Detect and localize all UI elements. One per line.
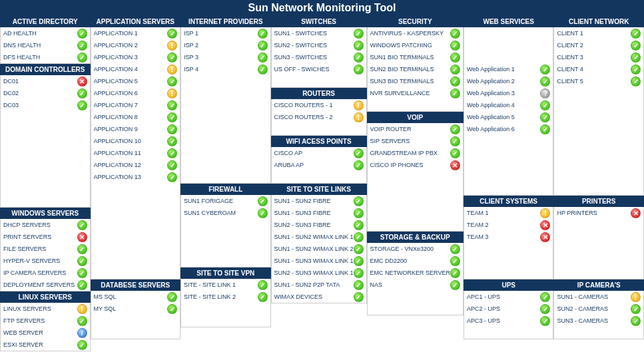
status-row[interactable]: STORAGE - VNXe3200 xyxy=(368,243,463,255)
status-row[interactable]: ISP 2 xyxy=(181,39,270,51)
status-row[interactable]: APPLICATION 11 xyxy=(91,147,180,159)
status-row[interactable]: CLIENT 5 xyxy=(554,75,643,87)
status-row[interactable]: SUN1 BIO TERMINALS xyxy=(368,51,463,63)
status-row[interactable]: Web Application 4 xyxy=(464,99,553,111)
status-row[interactable]: Web Application 6 xyxy=(464,123,553,135)
status-row[interactable]: TEAM 2 xyxy=(464,219,553,231)
status-row[interactable]: APPLICATION 8 xyxy=(91,111,180,123)
ok-status-icon xyxy=(77,53,87,63)
status-row[interactable]: DFS HEALTH xyxy=(1,51,90,63)
status-row[interactable]: APPLICATION 9 xyxy=(91,123,180,135)
status-row[interactable]: NAS xyxy=(368,279,463,291)
status-row[interactable]: US OFF - SWICHES xyxy=(272,63,366,75)
status-row[interactable]: SUN1 - SUN3 WIMAX LINK 1 xyxy=(272,255,366,267)
status-row[interactable]: HP PRINTERS xyxy=(554,207,643,219)
status-row[interactable]: FTP SERVERS xyxy=(1,315,90,327)
status-row[interactable]: CISCO ROUTERS - 1 xyxy=(272,99,366,111)
status-row[interactable]: WIMAX DEVICES xyxy=(272,291,366,303)
status-row[interactable]: SUN3 BIO TERMINALS xyxy=(368,75,463,87)
status-row[interactable]: SUN1 - SUN2 WIMAX LINK 1 xyxy=(272,231,366,243)
status-row[interactable]: ISP 3 xyxy=(181,51,270,63)
status-row[interactable]: DC03 xyxy=(1,99,90,111)
status-row[interactable]: APPLICATION 10 xyxy=(91,135,180,147)
status-row[interactable]: SUN1 - SWITCHES xyxy=(272,27,366,39)
status-row[interactable] xyxy=(464,27,553,39)
status-row[interactable]: APC2 - UPS xyxy=(464,303,553,315)
status-row[interactable]: SUN1 CYBEROAM xyxy=(181,207,270,219)
status-row[interactable]: MS SQL xyxy=(91,291,180,303)
status-row[interactable] xyxy=(464,51,553,63)
status-row[interactable]: WEB SERVER xyxy=(1,327,90,339)
status-row[interactable]: SUN1 FORIGAGE xyxy=(181,195,270,207)
status-row[interactable]: TEAM 1 xyxy=(464,207,553,219)
spacer-row xyxy=(181,231,270,243)
status-row[interactable]: SUN2 - SUN3 WIMAX LINK 1 xyxy=(272,267,366,279)
status-row[interactable]: HYPER-V SERVERS xyxy=(1,255,90,267)
status-row[interactable]: AD HEALTH xyxy=(1,27,90,39)
status-row[interactable]: VOIP ROUTER xyxy=(368,123,463,135)
status-row[interactable]: ESXI SERVER xyxy=(1,339,90,351)
status-row[interactable]: SUN1 - CAMERAS xyxy=(554,291,643,303)
status-row[interactable]: SUN3 - SWITCHES xyxy=(272,51,366,63)
ok-status-icon xyxy=(167,304,177,314)
status-row[interactable]: CLIENT 1 xyxy=(554,27,643,39)
status-row[interactable]: SUN2 - SWITCHES xyxy=(272,39,366,51)
status-row[interactable]: APPLICATION 2 xyxy=(91,39,180,51)
status-row[interactable]: CISCO IP PHONES xyxy=(368,159,463,171)
status-row[interactable]: DC02 xyxy=(1,87,90,99)
status-row[interactable]: ISP 4 xyxy=(181,63,270,75)
status-row[interactable]: CISCO ROUTERS - 2 xyxy=(272,111,366,123)
status-row[interactable]: APPLICATION 6 xyxy=(91,87,180,99)
status-row[interactable]: APC1 - UPS xyxy=(464,291,553,303)
status-row[interactable]: NVR SURVEILLANCE xyxy=(368,87,463,99)
status-row[interactable]: SUN2 - SUN3 FIBRE xyxy=(272,219,366,231)
status-row[interactable]: GRANDSTREAM IP PBX xyxy=(368,147,463,159)
status-row[interactable]: APPLICATION 1 xyxy=(91,27,180,39)
status-row[interactable]: APPLICATION 13 xyxy=(91,171,180,183)
status-row[interactable]: SUN1 - SUN2 WIMAX LINK 2 xyxy=(272,243,366,255)
status-row[interactable]: Web Application 2 xyxy=(464,75,553,87)
status-row[interactable]: TEAM 3 xyxy=(464,231,553,243)
status-label: SUN3 - SWITCHES xyxy=(274,54,328,61)
status-row[interactable]: ISP 1 xyxy=(181,27,270,39)
status-row[interactable]: Web Application 5 xyxy=(464,111,553,123)
status-row[interactable]: SUN2 - CAMERAS xyxy=(554,303,643,315)
status-row[interactable]: Web Application 1 xyxy=(464,63,553,75)
status-row[interactable]: CLIENT 3 xyxy=(554,51,643,63)
status-row[interactable]: ARUBA AP xyxy=(272,159,366,171)
status-row[interactable]: WINDOWS PATCHING xyxy=(368,39,463,51)
status-row[interactable]: SIP SERVERS xyxy=(368,135,463,147)
status-row[interactable]: DNS HEALTH xyxy=(1,39,90,51)
status-row[interactable]: APC3 - UPS xyxy=(464,315,553,327)
status-row[interactable]: SUN3 - CAMERAS xyxy=(554,315,643,327)
ok-status-icon xyxy=(540,77,550,87)
status-row[interactable]: APPLICATION 3 xyxy=(91,51,180,63)
status-row[interactable]: MY SQL xyxy=(91,303,180,315)
status-row[interactable]: IP CAMERA SERVERS xyxy=(1,267,90,279)
status-row[interactable]: SUN1 - SUN2 FIBRE xyxy=(272,195,366,207)
status-row[interactable]: EMC NETWORKER SERVER xyxy=(368,267,463,279)
status-row[interactable] xyxy=(464,39,553,51)
status-row[interactable]: ANTIVIRUS - KASPERSKY xyxy=(368,27,463,39)
status-row[interactable]: APPLICATION 5 xyxy=(91,75,180,87)
status-row[interactable]: Web Application 3 xyxy=(464,87,553,99)
status-row[interactable]: DC01 xyxy=(1,75,90,87)
status-row[interactable]: SUN2 BIO TERMINALS xyxy=(368,63,463,75)
status-row[interactable]: SUN1 - SUN2 P2P TATA xyxy=(272,279,366,291)
status-row[interactable]: CLIENT 2 xyxy=(554,39,643,51)
status-row[interactable]: SITE - SITE LINK 1 xyxy=(181,279,270,291)
status-row[interactable]: EMC DD2200 xyxy=(368,255,463,267)
status-row[interactable]: FILE SERVERS xyxy=(1,243,90,255)
ok-status-icon xyxy=(258,29,268,39)
status-row[interactable]: SITE - SITE LINK 2 xyxy=(181,291,270,303)
status-row[interactable]: SUN1 - SUN3 FIBRE xyxy=(272,207,366,219)
status-row[interactable]: CLIENT 4 xyxy=(554,63,643,75)
status-row[interactable]: APPLICATION 12 xyxy=(91,159,180,171)
status-row[interactable]: CISCO AP xyxy=(272,147,366,159)
status-row[interactable]: PRINT SERVERS xyxy=(1,231,90,243)
status-row[interactable]: DEPLOYMENT SERVERS xyxy=(1,279,90,291)
status-row[interactable]: LINUX SERVERS xyxy=(1,303,90,315)
status-row[interactable]: APPLICATION 7 xyxy=(91,99,180,111)
status-row[interactable]: APPLICATION 4 xyxy=(91,63,180,75)
status-row[interactable]: DHCP SERVERS xyxy=(1,219,90,231)
